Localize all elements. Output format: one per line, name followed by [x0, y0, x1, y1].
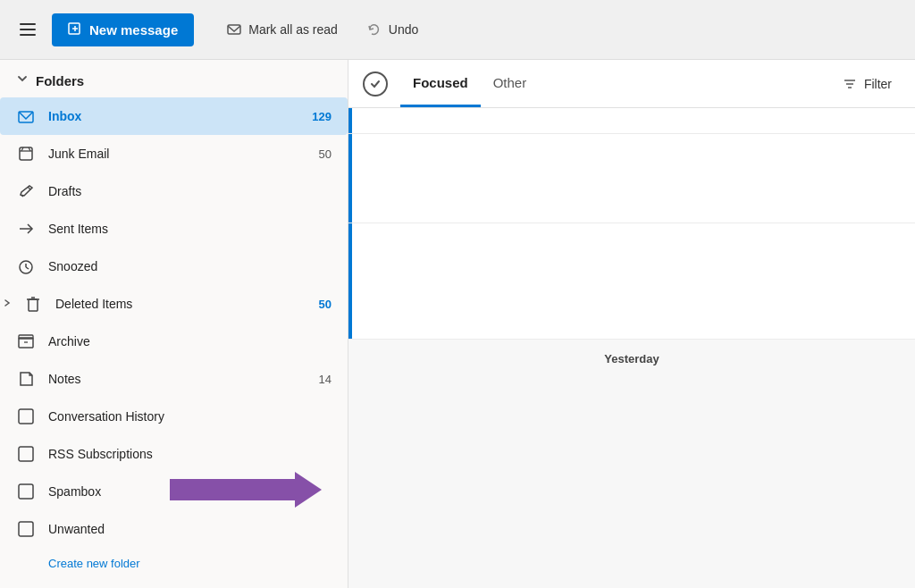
table-row[interactable]	[348, 108, 915, 134]
inbox-icon	[16, 106, 36, 126]
check-circle-icon	[368, 77, 382, 91]
spambox-icon	[16, 482, 36, 501]
filter-label: Filter	[864, 77, 892, 91]
conversation-history-icon	[16, 407, 36, 426]
undo-button[interactable]: Undo	[356, 14, 429, 45]
sent-label: Sent Items	[48, 222, 332, 236]
svg-rect-14	[29, 299, 38, 311]
snoozed-label: Snoozed	[48, 259, 332, 273]
tab-other[interactable]: Other	[481, 61, 540, 107]
mark-all-read-button[interactable]: Mark all as read	[215, 14, 348, 45]
inbox-label: Inbox	[48, 109, 312, 123]
folders-title: Folders	[36, 73, 84, 88]
rss-label: RSS Subscriptions	[48, 447, 332, 461]
deleted-label: Deleted Items	[55, 297, 319, 311]
svg-rect-21	[19, 447, 33, 461]
spambox-label: Spambox	[48, 484, 332, 499]
unread-indicator	[348, 108, 352, 133]
svg-rect-22	[19, 484, 33, 499]
svg-rect-20	[19, 409, 33, 424]
mark-read-icon	[226, 21, 242, 38]
archive-label: Archive	[48, 334, 332, 349]
junk-icon	[16, 144, 36, 164]
right-panel: Focused Other Filter	[348, 60, 915, 588]
sidebar-item-spambox[interactable]: Spambox	[0, 473, 348, 510]
date-divider-yesterday: Yesterday	[348, 340, 915, 378]
svg-line-9	[28, 187, 30, 189]
sidebar-item-rss[interactable]: RSS Subscriptions	[0, 435, 348, 473]
compose-icon	[68, 22, 82, 37]
archive-icon	[16, 332, 36, 351]
deleted-count: 50	[319, 298, 332, 311]
create-new-folder-link[interactable]: Create new folder	[0, 548, 348, 579]
junk-count: 50	[319, 147, 332, 161]
inbox-count: 129	[312, 110, 332, 123]
sidebar-item-snoozed[interactable]: Snoozed	[0, 248, 348, 285]
hamburger-line-3	[20, 34, 36, 36]
rss-icon	[16, 444, 36, 464]
sidebar-item-deleted[interactable]: Deleted Items 50	[18, 285, 348, 323]
main-layout: Folders Inbox 129 Ju	[0, 60, 915, 588]
undo-label: Undo	[389, 22, 418, 37]
sidebar-item-inbox[interactable]: Inbox 129	[0, 97, 348, 135]
sidebar-item-unwanted[interactable]: Unwanted	[0, 510, 348, 548]
focused-tab-label: Focused	[413, 75, 468, 90]
sidebar-item-drafts[interactable]: Drafts	[0, 172, 348, 210]
unwanted-label: Unwanted	[48, 522, 332, 536]
sidebar-item-archive[interactable]: Archive	[0, 323, 348, 360]
folders-collapse-icon[interactable]	[16, 72, 29, 88]
select-all-button[interactable]	[363, 71, 388, 97]
filter-button[interactable]: Filter	[833, 71, 901, 97]
deleted-expand-arrow[interactable]	[0, 298, 18, 310]
snoozed-icon	[16, 256, 36, 276]
mark-all-read-label: Mark all as read	[248, 22, 338, 37]
filter-icon	[842, 76, 858, 92]
deleted-icon	[23, 294, 43, 314]
create-folder-label: Create new folder	[48, 557, 140, 570]
svg-rect-18	[19, 335, 33, 339]
sidebar-item-sent[interactable]: Sent Items	[0, 210, 348, 248]
svg-rect-24	[19, 522, 33, 536]
sent-icon	[16, 219, 36, 239]
unread-indicator	[348, 134, 352, 223]
table-row[interactable]	[348, 134, 915, 223]
other-tab-label: Other	[493, 75, 527, 90]
notes-icon	[16, 369, 36, 389]
table-row[interactable]	[348, 223, 915, 340]
junk-label: Junk Email	[48, 147, 319, 161]
svg-line-13	[26, 267, 29, 269]
message-list[interactable]: Yesterday	[348, 108, 915, 588]
sidebar-item-junk[interactable]: Junk Email 50	[0, 135, 348, 172]
notes-label: Notes	[48, 372, 319, 386]
sidebar: Folders Inbox 129 Ju	[0, 60, 348, 588]
hamburger-line-2	[20, 29, 36, 30]
hamburger-line-1	[20, 23, 36, 25]
deleted-items-row: Deleted Items 50	[0, 285, 348, 323]
new-message-button[interactable]: New message	[52, 13, 194, 46]
sidebar-item-conversation-history[interactable]: Conversation History	[0, 398, 348, 435]
tab-focused[interactable]: Focused	[400, 61, 481, 107]
svg-rect-5	[20, 147, 32, 160]
drafts-icon	[16, 181, 36, 201]
hamburger-menu-button[interactable]	[14, 18, 41, 41]
toolbar: New message Mark all as read Undo	[0, 0, 915, 60]
yesterday-label-text: Yesterday	[604, 352, 659, 365]
folders-header: Folders	[0, 60, 348, 97]
sidebar-item-notes[interactable]: Notes 14	[0, 360, 348, 398]
new-message-label: New message	[89, 22, 178, 38]
notes-count: 14	[319, 373, 332, 386]
svg-rect-3	[228, 25, 240, 34]
unread-indicator	[348, 223, 352, 339]
undo-icon	[366, 21, 382, 38]
drafts-label: Drafts	[48, 184, 332, 198]
unwanted-icon	[16, 519, 36, 539]
tabs-bar: Focused Other Filter	[348, 60, 915, 108]
conversation-history-label: Conversation History	[48, 409, 332, 424]
